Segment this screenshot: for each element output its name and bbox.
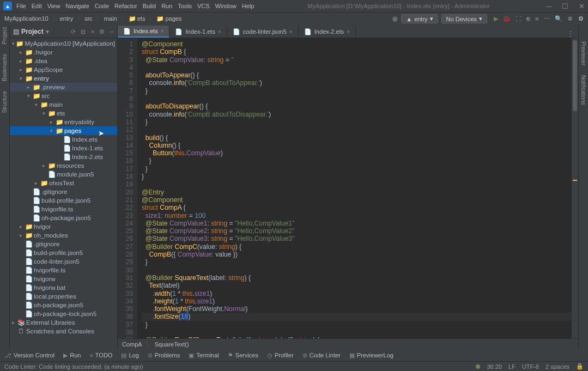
tool-todo[interactable]: ≡TODO (89, 352, 112, 358)
tool-log[interactable]: ▤Log (121, 352, 138, 359)
tree-node[interactable]: ▸📁AppScope (10, 65, 117, 74)
close-tab-icon[interactable]: × (347, 29, 350, 35)
menu-view[interactable]: View (47, 3, 60, 9)
tree-node[interactable]: ▸📁oh_modules (10, 231, 117, 240)
cursor-position[interactable]: 36:20 (487, 363, 502, 370)
menu-run[interactable]: Run (161, 3, 172, 9)
code-editor[interactable]: 1234567891011121314151617181920212223242… (118, 38, 578, 338)
collapse-icon[interactable]: ⊟ (81, 28, 86, 35)
notifications-icon[interactable]: ⛭ (567, 15, 573, 22)
editor-tabs[interactable]: 📄Index.ets×📄Index-1.ets×📄code-linter.jso… (118, 25, 578, 38)
tree-node[interactable]: ▸📁.preview (10, 83, 117, 92)
breadcrumb-MyApplication10[interactable]: MyApplication10 (4, 15, 49, 22)
coverage-icon[interactable]: ⛶ (516, 15, 522, 22)
tree-node[interactable]: 🗒Scratches and Consoles (10, 327, 117, 336)
editor-tab[interactable]: 📄Index-1.ets× (169, 26, 227, 38)
tree-node[interactable]: 📄build-profile.json5 (10, 196, 117, 205)
tree-node[interactable]: ▾📁ets (10, 109, 117, 118)
scrollbar-thumb[interactable] (573, 40, 577, 111)
window-controls[interactable]: ─ ☐ ✕ (538, 2, 585, 10)
menu-help[interactable]: Help (242, 3, 254, 9)
tree-node[interactable]: 📄hvigorfile.ts (10, 266, 117, 275)
indent-setting[interactable]: 2 spaces (545, 363, 569, 370)
lock-icon[interactable]: 🔒 (576, 363, 584, 370)
rail-notifications[interactable]: Notifications (580, 75, 586, 105)
tree-node[interactable]: ▸📁resources (10, 161, 117, 170)
run-config-dropdown[interactable]: ▲ entry ▾ (401, 14, 438, 23)
select-opened-icon[interactable]: ⌖ (91, 28, 94, 35)
tree-node[interactable]: 📄.gitignore (10, 240, 117, 248)
tree-node[interactable]: ▸📚External Libraries (10, 318, 117, 327)
tree-node[interactable]: 📄oh-package.json5 (10, 301, 117, 309)
left-tool-rail[interactable]: ProjectBookmarksStructure (0, 25, 10, 349)
breadcrumb-src[interactable]: src (84, 15, 93, 22)
project-tree[interactable]: ▾📁MyApplication10 [MyApplication]▸📁.hvig… (10, 38, 117, 349)
rail-structure[interactable]: Structure (2, 91, 8, 113)
tool-run[interactable]: ▶Run (63, 352, 81, 359)
tool-previewerlog[interactable]: ▦PreviewerLog (349, 352, 393, 359)
tree-node[interactable]: ▾📁entry (10, 74, 117, 83)
editor-tab[interactable]: 📄Index-2.ets× (299, 26, 356, 38)
right-tool-rail[interactable]: PreviewerNotifications (578, 25, 588, 349)
code-body[interactable]: @Componentstruct CompB { @State CompValu… (137, 38, 572, 338)
menu-vcs[interactable]: VCS (197, 3, 210, 9)
tool-code-linter[interactable]: ⊚Code Linter (302, 352, 341, 359)
tree-node[interactable]: ▾📁MyApplication10 [MyApplication] (10, 39, 117, 48)
maximize-icon[interactable]: ☐ (562, 2, 568, 10)
hide-icon[interactable]: ─ (110, 28, 114, 35)
close-icon[interactable]: ✕ (579, 2, 585, 10)
menu-navigate[interactable]: Navigate (65, 3, 89, 9)
tree-node[interactable]: 📄code-linter.json5 (10, 257, 117, 266)
breadcrumb-ets[interactable]: 📁ets (129, 15, 146, 22)
rail-previewer[interactable]: Previewer (580, 41, 586, 65)
tree-node[interactable]: 📄Index.ets (10, 135, 117, 144)
menu-window[interactable]: Window (215, 3, 237, 9)
menu-build[interactable]: Build (143, 3, 156, 9)
menu-edit[interactable]: Edit (32, 3, 42, 9)
tree-node[interactable]: 📄build-profile.json5 (10, 248, 117, 257)
breadcrumb-pages[interactable]: 📁pages (156, 15, 181, 22)
settings-icon[interactable]: ⚙ (578, 15, 584, 22)
bottom-tool-bar[interactable]: ⎇Version Control▶Run≡TODO▤Log⊘Problems▣T… (0, 349, 588, 361)
tab-more-icon[interactable]: ⋮ (567, 30, 578, 38)
tree-node[interactable]: 📄Index-1.ets (10, 144, 117, 153)
editor-tab[interactable]: 📄code-linter.json5× (227, 26, 299, 38)
rail-bookmarks[interactable]: Bookmarks (2, 54, 8, 81)
code-breadcrumb[interactable]: CompA (122, 341, 142, 348)
tool-version-control[interactable]: ⎇Version Control (4, 352, 54, 359)
tree-node[interactable]: ▸📁entryability (10, 118, 117, 126)
stop-icon[interactable]: ■ (535, 15, 539, 22)
debug-icon[interactable]: 🐞 (503, 15, 511, 22)
tree-node[interactable]: 📄local.properties (10, 292, 117, 301)
attach-icon[interactable]: ⎋ (526, 15, 530, 22)
tree-node[interactable]: ▸📁.hvigor (10, 48, 117, 57)
tree-node[interactable]: 📄oh-package.json5 (10, 214, 117, 222)
device-dropdown[interactable]: No Devices ▾ (441, 14, 487, 23)
tree-node[interactable]: ▾📁main (10, 100, 117, 109)
build-icon[interactable]: ◎ (392, 15, 398, 22)
tree-node[interactable]: 📄Index-2.ets (10, 153, 117, 161)
rail-project[interactable]: Project (2, 27, 8, 44)
tool-services[interactable]: ⚑Services (228, 352, 258, 359)
search-icon[interactable]: 🔍 (555, 15, 562, 22)
tree-node[interactable]: ▸📁.idea (10, 57, 117, 65)
menu-file[interactable]: File (16, 3, 26, 9)
menu-tools[interactable]: Tools (178, 3, 192, 9)
tree-node[interactable]: 📄hvigorfile.ts (10, 205, 117, 214)
close-tab-icon[interactable]: × (218, 29, 221, 35)
warning-mark[interactable] (573, 180, 577, 181)
tree-node[interactable]: 📄hvigorw (10, 275, 117, 283)
tool-terminal[interactable]: ▣Terminal (189, 352, 219, 359)
run-icon[interactable]: ▶ (494, 15, 498, 22)
more-run-icon[interactable]: ⋯ (544, 15, 550, 22)
tree-node[interactable]: ▸📁hvigor (10, 222, 117, 231)
breadcrumb-main[interactable]: main (104, 15, 117, 22)
code-breadcrumb[interactable]: SquareText() (155, 341, 189, 348)
tree-node[interactable]: 📄module.json5 (10, 170, 117, 179)
tree-node[interactable]: ▾📁src (10, 92, 117, 100)
path-breadcrumbs[interactable]: MyApplication10〉entry〉src〉main〉📁ets〉📁pag… (4, 15, 184, 23)
editor-breadcrumb[interactable]: CompA〉SquareText() (118, 338, 578, 349)
menu-refactor[interactable]: Refactor (114, 3, 137, 9)
editor-tab[interactable]: 📄Index.ets× (118, 26, 169, 38)
tool-profiler[interactable]: ◷Profiler (267, 352, 294, 359)
